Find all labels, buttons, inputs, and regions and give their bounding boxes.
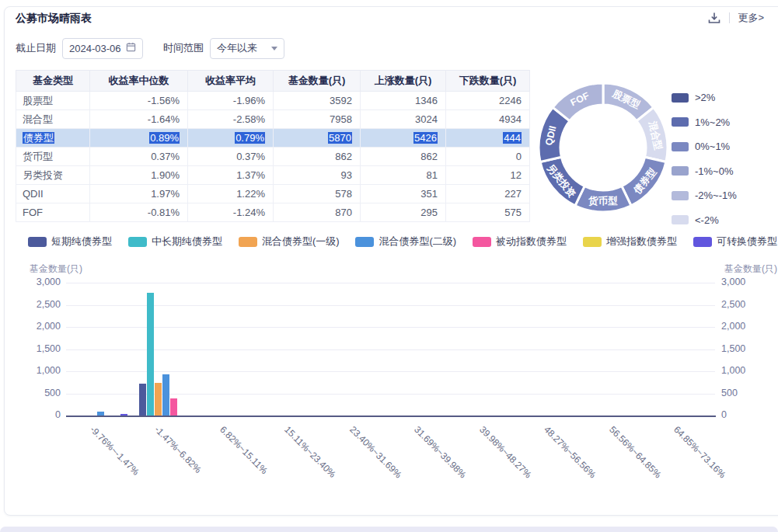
- value-cell: 93: [274, 166, 361, 185]
- bar-legend-item[interactable]: 可转换债券型: [693, 235, 777, 249]
- column-header: 基金类型: [16, 71, 90, 92]
- donut-legend-item[interactable]: 1%~2%: [672, 116, 737, 128]
- legend-swatch: [693, 237, 712, 247]
- y-tick-label-right: 1,000: [721, 365, 768, 376]
- legend-swatch: [672, 142, 689, 151]
- bar-可转换债券型: [120, 414, 127, 416]
- legend-label: 0%~1%: [695, 141, 730, 152]
- chevron-down-icon: [271, 47, 277, 50]
- y-tick-label-left: 1,500: [14, 343, 61, 354]
- bar-legend-item[interactable]: 短期纯债券型: [28, 235, 112, 249]
- value-cell: 5426: [361, 129, 446, 148]
- column-header: 收益率平均: [188, 71, 274, 92]
- donut-legend-item[interactable]: -2%~-1%: [672, 190, 737, 201]
- table-row[interactable]: 货币型0.37%0.37%8628620: [16, 148, 530, 166]
- value-cell: 81: [361, 166, 446, 185]
- value-cell: -1.64%: [90, 110, 188, 129]
- fund-type-cell: 股票型: [16, 92, 90, 110]
- value-cell: 444: [446, 129, 530, 148]
- bar-混合债券型(一级): [155, 383, 162, 416]
- value-cell: 227: [446, 185, 530, 203]
- header-divider: [729, 12, 730, 23]
- legend-swatch: [672, 215, 689, 224]
- date-filter-label: 截止日期: [16, 41, 56, 55]
- legend-swatch: [473, 237, 491, 247]
- bar-legend-item[interactable]: 被动指数债券型: [473, 235, 567, 249]
- bar-legend-item[interactable]: 混合债券型(一级): [239, 235, 340, 249]
- value-cell: 870: [274, 203, 361, 222]
- header-actions: 更多>: [707, 11, 764, 25]
- table-row[interactable]: 股票型-1.56%-1.96%359213462246: [16, 92, 530, 110]
- y-tick-label-right: 2,500: [721, 299, 768, 310]
- filter-bar: 截止日期 2024-03-06 时间范围 今年以来: [16, 37, 284, 59]
- bar-被动指数债券型: [170, 398, 177, 416]
- legend-swatch: [239, 237, 257, 247]
- value-cell: 295: [361, 203, 446, 222]
- table-row[interactable]: QDII1.97%1.22%578351227: [16, 185, 530, 203]
- table-row[interactable]: 另类投资1.90%1.37%938112: [16, 166, 530, 185]
- y-tick-label-right: 0: [721, 409, 768, 420]
- panel-header: 公募市场晴雨表 更多>: [16, 11, 769, 28]
- fund-summary-table: 基金类型收益率中位数收益率平均基金数量(只)上涨数量(只)下跌数量(只) 股票型…: [16, 70, 530, 222]
- legend-swatch: [672, 191, 689, 200]
- value-cell: 0.37%: [188, 148, 274, 166]
- legend-label: <-2%: [695, 214, 719, 226]
- gridline: [66, 327, 715, 328]
- value-cell: -1.24%: [188, 203, 274, 222]
- time-range-select[interactable]: 今年以来: [210, 38, 284, 59]
- date-value: 2024-03-06: [69, 43, 121, 54]
- time-range-value: 今年以来: [217, 41, 257, 55]
- legend-swatch: [672, 166, 689, 176]
- value-cell: 1346: [361, 92, 446, 110]
- bar-短期纯债券型: [139, 384, 146, 416]
- legend-swatch: [128, 237, 147, 247]
- value-cell: 862: [361, 148, 446, 166]
- legend-label: 混合债券型(二级): [379, 235, 456, 249]
- gridline: [66, 283, 715, 283]
- legend-swatch: [672, 117, 689, 127]
- download-icon[interactable]: [707, 11, 721, 25]
- gridline: [66, 349, 715, 350]
- value-cell: 0.79%: [188, 129, 274, 148]
- more-button[interactable]: 更多>: [738, 11, 764, 25]
- y-tick-label-right: 2,000: [721, 321, 768, 332]
- donut-legend-item[interactable]: <-2%: [672, 214, 737, 226]
- legend-label: 混合债券型(一级): [262, 235, 340, 249]
- legend-label: 被动指数债券型: [496, 235, 567, 249]
- value-cell: 7958: [274, 110, 361, 129]
- fund-type-cell: FOF: [16, 203, 90, 222]
- next-panel-top-edge: [0, 527, 778, 532]
- donut-legend-item[interactable]: 0%~1%: [672, 141, 737, 152]
- date-input[interactable]: 2024-03-06: [62, 38, 143, 59]
- value-cell: 0: [446, 148, 530, 166]
- calendar-icon: [126, 42, 136, 54]
- value-cell: 862: [274, 148, 361, 166]
- value-cell: -1.56%: [90, 92, 188, 110]
- table-row[interactable]: 混合型-1.64%-2.58%795830244934: [16, 110, 530, 129]
- column-header: 上涨数量(只): [361, 71, 446, 92]
- y-tick-label-left: 1,000: [14, 365, 61, 376]
- table-row[interactable]: FOF-0.81%-1.24%870295575: [16, 203, 530, 222]
- legend-label: 增强指数债券型: [606, 235, 677, 249]
- bar-legend-item[interactable]: 增强指数债券型: [583, 235, 677, 249]
- bar-legend-item[interactable]: 中长期纯债券型: [128, 235, 222, 249]
- value-cell: -1.96%: [188, 92, 274, 110]
- table-head: 基金类型收益率中位数收益率平均基金数量(只)上涨数量(只)下跌数量(只): [16, 71, 530, 92]
- y-tick-label-right: 500: [721, 388, 768, 398]
- column-header: 基金数量(只): [274, 71, 361, 92]
- donut-legend-item[interactable]: -1%~0%: [672, 165, 737, 177]
- y-tick-label-left: 500: [14, 388, 61, 398]
- value-cell: 3024: [361, 110, 446, 129]
- fund-type-donut-chart[interactable]: 股票型混合型债券型货币型另类投资QDIIFOF: [536, 81, 670, 214]
- column-header: 下跌数量(只): [446, 71, 530, 92]
- legend-label: 1%~2%: [695, 116, 730, 128]
- x-axis-line: [66, 416, 716, 417]
- bar-中长期纯债券型: [147, 293, 154, 416]
- market-barometer-page: 公募市场晴雨表 更多> 截止日期 2024-03-06 时间范围: [0, 0, 778, 532]
- value-cell: 4934: [446, 110, 530, 129]
- bar-legend-item[interactable]: 混合债券型(二级): [355, 235, 456, 249]
- table-row[interactable]: 债券型0.89%0.79%58705426444: [16, 129, 530, 148]
- donut-legend-item[interactable]: >2%: [672, 92, 737, 103]
- value-cell: 575: [446, 203, 530, 222]
- y-axis-title-right: 基金数量(只): [684, 263, 777, 276]
